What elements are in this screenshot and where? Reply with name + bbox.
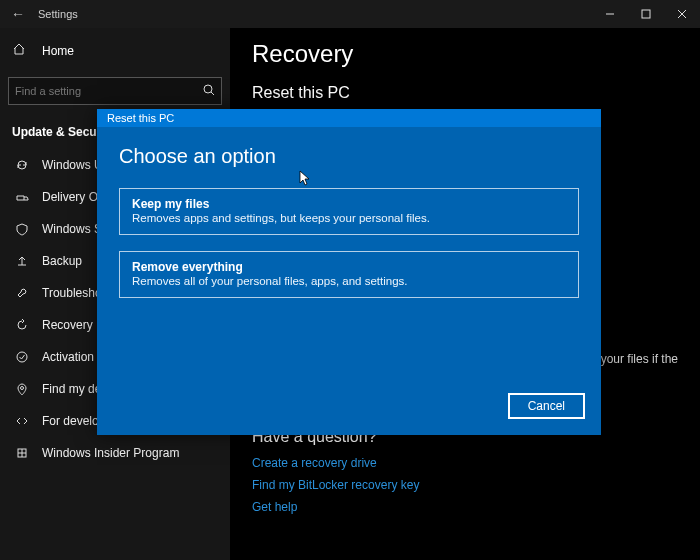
sidebar-item-label: Backup [42, 254, 82, 268]
option-remove-everything[interactable]: Remove everything Removes all of your pe… [119, 251, 579, 298]
partial-text: your files if the [601, 352, 678, 366]
recovery-icon [12, 318, 32, 332]
dialog-titlebar: Reset this PC [97, 109, 601, 127]
search-icon [203, 84, 215, 99]
option-title: Remove everything [132, 260, 566, 274]
sidebar-item-label: Recovery [42, 318, 93, 332]
developers-icon [12, 414, 32, 428]
link-get-help[interactable]: Get help [252, 500, 678, 514]
sidebar-item-label: Windows Insider Program [42, 446, 179, 460]
svg-point-7 [21, 387, 24, 390]
shield-icon [12, 222, 32, 236]
svg-rect-1 [642, 10, 650, 18]
option-desc: Removes all of your personal files, apps… [132, 275, 566, 287]
back-button[interactable]: ← [6, 6, 30, 22]
maximize-button[interactable] [628, 0, 664, 28]
wrench-icon [12, 286, 32, 300]
location-icon [12, 382, 32, 396]
home-icon [12, 42, 32, 59]
search-input[interactable] [15, 85, 203, 97]
cancel-button[interactable]: Cancel [508, 393, 585, 419]
option-title: Keep my files [132, 197, 566, 211]
link-recovery-drive[interactable]: Create a recovery drive [252, 456, 678, 470]
sidebar-home[interactable]: Home [0, 34, 230, 67]
svg-point-4 [204, 85, 212, 93]
option-desc: Removes apps and settings, but keeps you… [132, 212, 566, 224]
sync-icon [12, 158, 32, 172]
backup-icon [12, 254, 32, 268]
reset-pc-dialog: Reset this PC Choose an option Keep my f… [97, 109, 601, 435]
check-circle-icon [12, 350, 32, 364]
dialog-heading: Choose an option [119, 145, 579, 168]
page-title: Recovery [252, 40, 678, 68]
close-button[interactable] [664, 0, 700, 28]
insider-icon [12, 446, 32, 460]
minimize-button[interactable] [592, 0, 628, 28]
window-title: Settings [38, 8, 78, 20]
window-titlebar: ← Settings [0, 0, 700, 28]
sidebar-home-label: Home [42, 44, 74, 58]
option-keep-my-files[interactable]: Keep my files Removes apps and settings,… [119, 188, 579, 235]
svg-line-5 [211, 92, 214, 95]
sidebar-search[interactable] [8, 77, 222, 105]
sidebar-item-label: Activation [42, 350, 94, 364]
section-reset-pc: Reset this PC [252, 84, 678, 102]
sidebar-item-windows-insider[interactable]: Windows Insider Program [0, 437, 230, 469]
svg-point-6 [17, 352, 27, 362]
link-bitlocker[interactable]: Find my BitLocker recovery key [252, 478, 678, 492]
delivery-icon [12, 190, 32, 204]
